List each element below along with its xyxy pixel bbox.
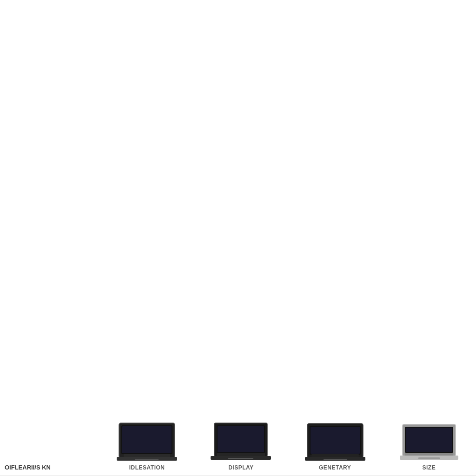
laptop-image-1 bbox=[117, 421, 177, 462]
laptop-image-2 bbox=[211, 421, 271, 462]
product-name-3: GENETARY bbox=[319, 464, 351, 471]
svg-rect-22 bbox=[418, 457, 440, 459]
svg-rect-4 bbox=[135, 459, 159, 460]
svg-rect-14 bbox=[311, 427, 360, 454]
svg-rect-20 bbox=[406, 428, 452, 452]
svg-rect-8 bbox=[218, 426, 264, 452]
laptop-image-4 bbox=[399, 421, 459, 462]
product-name-2: DISPLAY bbox=[228, 464, 253, 471]
svg-rect-5 bbox=[124, 454, 170, 457]
comparison-table: OIFLEARII/S KN IDLESATION DISPLAY bbox=[0, 0, 476, 476]
laptop-image-3 bbox=[305, 421, 365, 462]
svg-rect-11 bbox=[217, 453, 265, 456]
features-heading: OIFLEARII/S KN bbox=[5, 464, 51, 471]
product-header-2: DISPLAY bbox=[194, 0, 288, 476]
product-header-3: GENETARY bbox=[288, 0, 382, 476]
header-features-label: OIFLEARII/S KN bbox=[0, 0, 100, 476]
product-name-4: SIZE bbox=[423, 464, 436, 471]
svg-rect-23 bbox=[405, 453, 453, 456]
svg-rect-16 bbox=[324, 459, 347, 460]
svg-rect-2 bbox=[122, 426, 172, 453]
svg-rect-10 bbox=[228, 458, 253, 459]
product-name-1: IDLESATION bbox=[129, 464, 165, 471]
product-header-1: IDLESATION bbox=[100, 0, 194, 476]
product-header-4: SIZE bbox=[382, 0, 476, 476]
svg-rect-17 bbox=[311, 454, 359, 457]
